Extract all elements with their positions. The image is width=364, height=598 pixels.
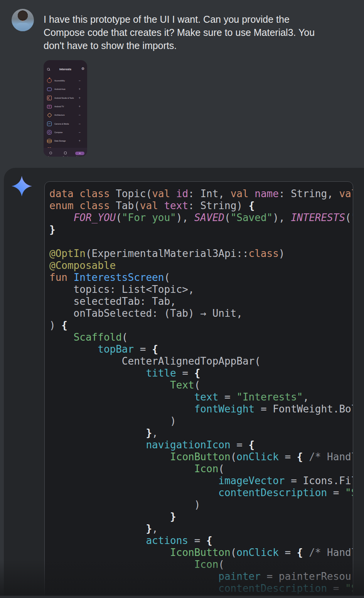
for-you-icon — [49, 152, 52, 154]
accessibility-icon — [47, 78, 52, 83]
android-tv-icon — [47, 105, 52, 108]
bottom-edge-strip — [0, 596, 364, 598]
code-line: actions = { — [49, 535, 353, 547]
topic-row: Architecture− — [44, 111, 87, 119]
code-line: ) — [49, 499, 353, 511]
topic-toggle-sign: + — [79, 105, 81, 108]
code-line: FOR_YOU("For you"), SAVED("Saved"), INTE… — [49, 212, 353, 224]
gemini-sparkle-icon — [12, 176, 32, 196]
code-line: IconButton(onClick = { /* Handl — [49, 451, 353, 463]
topic-label: Android TV — [54, 105, 79, 108]
saved-bookmark-icon — [64, 152, 67, 154]
code-block: data class Topic(val id: Int, val name: … — [44, 181, 353, 598]
code-line: topBar = { — [49, 343, 353, 355]
message-line: Compose code that creates it? Make sure … — [44, 26, 352, 39]
code-line: fontWeight = FontWeight.Bol — [49, 403, 353, 415]
code-line: }, — [49, 427, 353, 439]
code-line: @OptIn(ExperimentalMaterial3Api::class) — [49, 248, 353, 260]
topic-row: Android Studio & Tools+ — [44, 94, 87, 102]
topic-row: Camera & Media− — [44, 119, 87, 128]
topic-toggle-sign: + — [79, 87, 81, 91]
topic-toggle-sign: − — [79, 79, 81, 83]
topic-label: Compose — [54, 131, 79, 133]
topic-label: Android Auto — [54, 88, 79, 90]
code-line: selectedTab: Tab, — [49, 296, 353, 307]
topic-toggle-sign: + — [79, 96, 81, 100]
code-line: IconButton(onClick = { /* Handl — [49, 547, 353, 559]
nav-label: Saved — [58, 156, 72, 157]
topic-row: Accessibility− — [44, 76, 87, 85]
attachment-thumbnail[interactable]: Interests ⚙ Accessibility−Android Auto+A… — [44, 60, 87, 157]
code-line: onTabSelected: (Tab) → Unit, — [49, 307, 353, 319]
user-message-text: I have this prototype of the UI I want. … — [44, 13, 352, 52]
topic-row: Android Auto+ — [44, 85, 87, 93]
code-line: navigationIcon = { — [49, 439, 353, 451]
code-line: enum class Tab(val text: String) { — [49, 200, 353, 212]
code-line: }, — [49, 523, 353, 535]
topic-toggle-sign: + — [79, 139, 81, 143]
code-line: CenterAlignedTopAppBar( — [49, 355, 353, 367]
topic-label: Android Studio & Tools — [54, 97, 79, 99]
android-studio-icon — [47, 96, 52, 100]
code-line: fun InterestsScreen( — [49, 272, 353, 284]
topic-label: Architecture — [54, 114, 79, 116]
architecture-icon — [47, 113, 52, 118]
code-line: imageVector = Icons.Fil — [49, 475, 353, 487]
code-line: data class Topic(val id: Int, val name: … — [49, 188, 353, 200]
code-line: topics: List<Topic>, — [49, 284, 353, 296]
code-line: Icon( — [49, 559, 353, 571]
code-line: Scaffold( — [49, 331, 353, 343]
topic-toggle-sign: − — [79, 122, 81, 126]
code-line: } — [49, 224, 353, 236]
code-line: @Composable — [49, 260, 353, 272]
code-line: contentDescription = "S — [49, 583, 353, 595]
android-auto-icon — [47, 88, 52, 91]
code-line — [49, 236, 353, 248]
settings-gear-icon: ⚙ — [81, 67, 84, 71]
code-line: text = "Interests", — [49, 391, 353, 403]
nav-label: Interests — [73, 156, 87, 157]
code-block-pre: data class Topic(val id: Int, val name: … — [45, 182, 353, 595]
code-line: Icon( — [49, 463, 353, 475]
selected-nav-pill: + — [75, 152, 84, 155]
topic-toggle-sign: − — [79, 130, 81, 134]
code-line: painter = painterResour — [49, 571, 353, 583]
user-avatar — [12, 9, 34, 31]
topic-label: Data Storage — [54, 140, 79, 142]
phone-bottom-nav: For youSaved+Interests — [44, 148, 87, 157]
code-line: Text( — [49, 379, 353, 391]
code-line: title = { — [49, 367, 353, 379]
nav-label: For you — [44, 156, 58, 157]
topic-row: Compose− — [44, 128, 87, 137]
phone-nav-item-saved: Saved — [58, 149, 72, 157]
phone-topic-list: Accessibility−Android Auto+Android Studi… — [44, 76, 87, 154]
camera-media-icon — [47, 122, 52, 126]
topic-label: Camera & Media — [54, 123, 79, 125]
topic-label: Accessibility — [54, 79, 79, 82]
message-line: don't have to show the imports. — [44, 39, 352, 52]
code-line: ) — [49, 415, 353, 427]
phone-nav-item-for-you: For you — [44, 149, 58, 157]
topic-row: Android TV+ — [44, 102, 87, 111]
message-line: I have this prototype of the UI I want. … — [44, 13, 352, 26]
topic-toggle-sign: − — [79, 113, 81, 117]
compose-icon — [47, 130, 52, 135]
phone-nav-item-interests: +Interests — [73, 149, 87, 157]
code-line: contentDescription = "S — [49, 487, 353, 499]
data-storage-icon — [47, 139, 52, 143]
code-line: } — [49, 511, 353, 523]
code-line: ) { — [49, 319, 353, 331]
phone-screen-title: Interests — [44, 68, 87, 71]
topic-row: Data Storage+ — [44, 137, 87, 145]
phone-top-bar: Interests ⚙ — [44, 67, 87, 73]
